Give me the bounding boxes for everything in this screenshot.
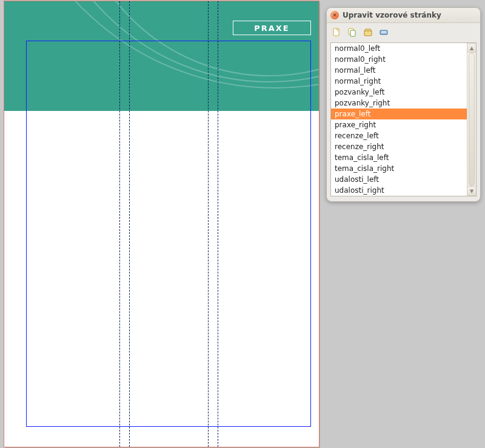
duplicate-master-icon <box>347 27 357 37</box>
new-master-button[interactable] <box>329 25 344 39</box>
master-pages-dialog: ✕ Upravit vzorové stránky <box>326 7 481 202</box>
master-list[interactable]: normal0_leftnormal0_rightnormal_leftnorm… <box>331 43 467 196</box>
section-label-text: PRAXE <box>254 24 290 33</box>
list-item[interactable]: tema_cisla_right <box>331 163 467 174</box>
list-item[interactable]: pozvanky_left <box>331 87 467 98</box>
list-item[interactable]: praxe_left <box>331 109 467 119</box>
list-item[interactable]: recenze_right <box>331 141 467 152</box>
list-item[interactable]: recenze_left <box>331 130 467 141</box>
duplicate-master-button[interactable] <box>345 25 360 39</box>
svg-rect-2 <box>350 30 355 36</box>
svg-rect-5 <box>381 33 387 33</box>
list-item[interactable]: normal_left <box>331 65 467 76</box>
svg-rect-4 <box>381 32 387 32</box>
delete-master-icon <box>379 27 389 37</box>
list-item[interactable]: tema_cisla_left <box>331 152 467 163</box>
section-label-box: PRAXE <box>233 21 311 35</box>
list-item[interactable]: udalosti_right <box>331 185 467 196</box>
list-item[interactable]: praxe_right <box>331 119 467 130</box>
master-list-box: normal0_leftnormal0_rightnormal_leftnorm… <box>330 42 477 196</box>
page-header-teal: PRAXE <box>4 1 319 111</box>
scroll-down-icon[interactable]: ▼ <box>467 186 476 196</box>
delete-master-button[interactable] <box>376 25 391 39</box>
new-master-icon <box>332 27 341 37</box>
dialog-titlebar[interactable]: ✕ Upravit vzorové stránky <box>327 8 480 23</box>
list-item[interactable]: pozvanky_right <box>331 98 467 109</box>
list-item[interactable]: udalosti_left <box>331 174 467 185</box>
import-master-button[interactable] <box>361 25 375 39</box>
scrollbar[interactable]: ▲ ▼ <box>467 43 476 196</box>
close-icon[interactable]: ✕ <box>330 11 339 19</box>
scroll-up-icon[interactable]: ▲ <box>467 43 476 53</box>
scroll-thumb[interactable] <box>469 53 475 186</box>
dialog-toolbar <box>327 23 480 41</box>
list-item[interactable]: normal0_left <box>331 43 467 54</box>
list-item[interactable]: normal_right <box>331 76 467 87</box>
list-item[interactable]: normal0_right <box>331 54 467 65</box>
svg-rect-0 <box>333 28 339 36</box>
dialog-title: Upravit vzorové stránky <box>343 11 441 19</box>
document-page[interactable]: PRAXE <box>4 1 319 447</box>
import-master-icon <box>363 27 373 37</box>
